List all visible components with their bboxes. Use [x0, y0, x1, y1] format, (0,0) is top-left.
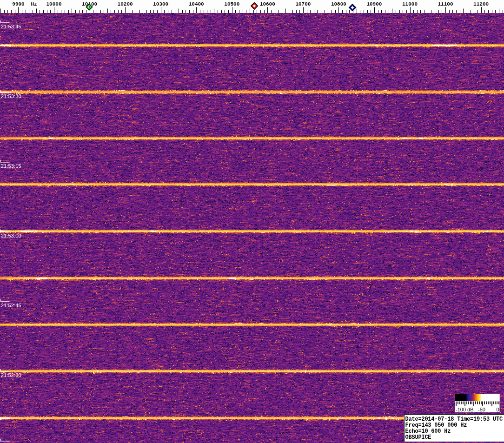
svg-text:Echo=10 600 Hz: Echo=10 600 Hz [405, 428, 451, 435]
svg-text:21:53:00: 21:53:00 [1, 233, 21, 238]
svg-text:21:52:30: 21:52:30 [1, 372, 21, 378]
svg-text:Date=2014-07-18 Time=19:53 UTC: Date=2014-07-18 Time=19:53 UTC [405, 416, 503, 423]
svg-text:21:53:45: 21:53:45 [1, 24, 21, 29]
svg-text:0: 0 [496, 407, 499, 412]
svg-text:21:53:30: 21:53:30 [1, 93, 21, 99]
svg-text:-100 dB: -100 dB [456, 407, 474, 412]
svg-text:Freq=143 050 000 Hz: Freq=143 050 000 Hz [405, 422, 467, 429]
svg-text:OBSUPICE: OBSUPICE [405, 434, 431, 441]
svg-text:-50: -50 [478, 407, 485, 412]
svg-text:21:53:15: 21:53:15 [1, 163, 21, 169]
svg-text:21:52:45: 21:52:45 [1, 303, 21, 308]
